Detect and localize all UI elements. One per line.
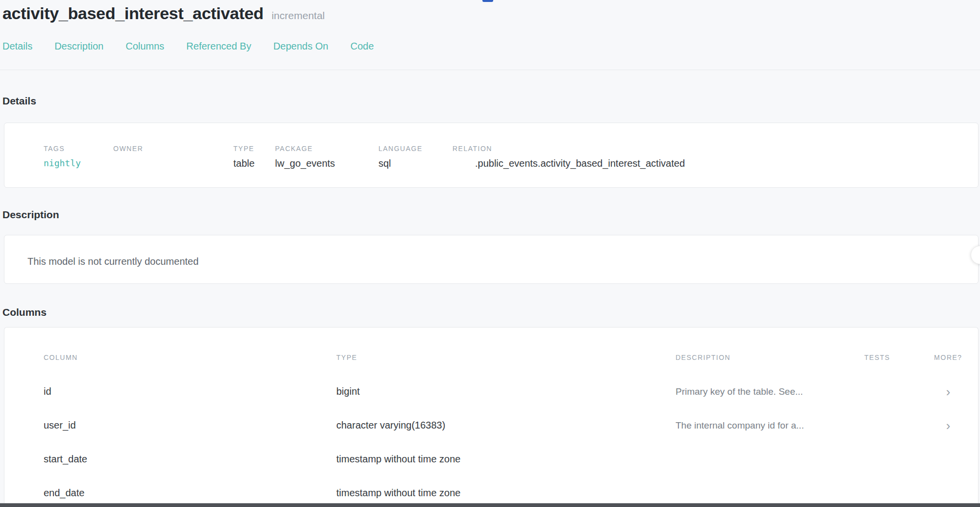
- cell-column-name: user_id: [44, 420, 336, 431]
- package-label: PACKAGE: [275, 145, 378, 152]
- owner-label: OWNER: [113, 145, 233, 152]
- table-row-user-id[interactable]: user_id character varying(16383) The int…: [44, 408, 978, 442]
- header-column: COLUMN: [44, 354, 336, 361]
- description-section-title: Description: [2, 209, 59, 221]
- top-clipped-element: [482, 0, 493, 2]
- field-owner: OWNER: [113, 145, 233, 169]
- chevron-right-icon[interactable]: ›: [926, 387, 970, 397]
- model-title: activity_based_interest_activated: [2, 4, 264, 23]
- page-header: activity_based_interest_activated increm…: [2, 4, 325, 23]
- tab-depends-on[interactable]: Depends On: [273, 41, 328, 52]
- description-text: This model is not currently documented: [4, 235, 978, 267]
- table-row-start-date[interactable]: start_date timestamp without time zone: [44, 442, 978, 476]
- columns-card: COLUMN TYPE DESCRIPTION TESTS MORE? id b…: [4, 327, 979, 507]
- details-fields: TAGS nightly OWNER TYPE table PACKAGE lw…: [4, 123, 978, 169]
- relation-label: RELATION: [452, 145, 978, 152]
- type-label: TYPE: [233, 145, 275, 152]
- bottom-edge-bar: [0, 503, 980, 507]
- cell-column-type: character varying(16383): [336, 420, 676, 431]
- field-language: LANGUAGE sql: [378, 145, 452, 169]
- chevron-right-icon[interactable]: ›: [926, 421, 970, 431]
- description-card: This model is not currently documented: [4, 235, 979, 284]
- header-description: DESCRIPTION: [676, 354, 864, 361]
- cell-column-type: timestamp without time zone: [336, 454, 676, 465]
- table-row-end-date[interactable]: end_date timestamp without time zone: [44, 476, 978, 507]
- table-row-id[interactable]: id bigint Primary key of the table. See.…: [44, 375, 978, 408]
- cell-column-type: bigint: [336, 386, 676, 397]
- details-card: TAGS nightly OWNER TYPE table PACKAGE lw…: [4, 123, 979, 188]
- field-package: PACKAGE lw_go_events: [275, 145, 378, 169]
- cell-column-type: timestamp without time zone: [336, 487, 676, 499]
- field-relation: RELATION .public_events.activity_based_i…: [452, 145, 978, 169]
- field-type: TYPE table: [233, 145, 275, 169]
- tab-columns[interactable]: Columns: [126, 41, 164, 52]
- tab-code[interactable]: Code: [351, 41, 374, 52]
- columns-table-header: COLUMN TYPE DESCRIPTION TESTS MORE?: [44, 353, 978, 361]
- details-section-title: Details: [2, 95, 36, 107]
- field-tags: TAGS nightly: [44, 145, 113, 169]
- language-value: sql: [378, 158, 452, 169]
- tag-nightly[interactable]: nightly: [44, 158, 113, 168]
- header-more: MORE?: [926, 354, 970, 361]
- header-divider: [0, 70, 980, 70]
- tab-referenced-by[interactable]: Referenced By: [186, 41, 251, 52]
- columns-table: COLUMN TYPE DESCRIPTION TESTS MORE? id b…: [4, 328, 978, 507]
- section-tabs: Details Description Columns Referenced B…: [2, 41, 374, 52]
- cell-column-name: id: [44, 386, 336, 397]
- cell-column-name: start_date: [44, 454, 336, 465]
- relation-value: .public_events.activity_based_interest_a…: [475, 158, 978, 169]
- tab-description[interactable]: Description: [54, 41, 103, 52]
- cell-column-description: The internal company id for a...: [676, 420, 864, 431]
- columns-table-body: id bigint Primary key of the table. See.…: [44, 375, 978, 507]
- header-type: TYPE: [336, 354, 676, 361]
- tags-label: TAGS: [44, 145, 113, 152]
- tab-details[interactable]: Details: [2, 41, 32, 52]
- columns-section-title: Columns: [2, 306, 47, 318]
- header-tests: TESTS: [864, 354, 926, 361]
- materialization-badge: incremental: [272, 10, 325, 21]
- language-label: LANGUAGE: [378, 145, 452, 152]
- cell-column-name: end_date: [44, 487, 336, 499]
- cell-column-description: Primary key of the table. See...: [676, 386, 864, 397]
- package-value: lw_go_events: [275, 158, 378, 169]
- type-value: table: [233, 158, 275, 169]
